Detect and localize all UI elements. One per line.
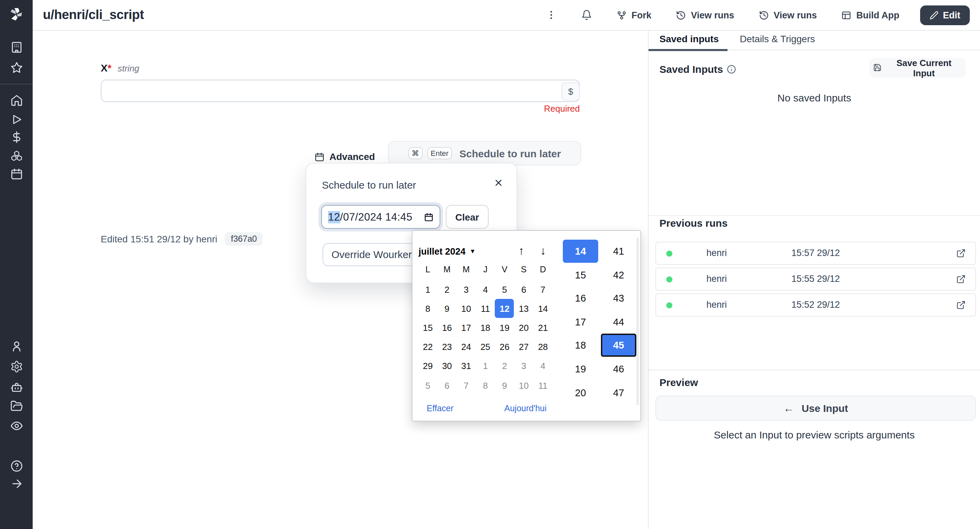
edit-button[interactable]: Edit (920, 5, 970, 25)
minute-option[interactable]: 47 (601, 381, 636, 404)
sidebar-item-play-icon[interactable] (10, 113, 23, 126)
kebab-menu-icon[interactable] (546, 10, 557, 21)
minute-option[interactable]: 42 (601, 263, 636, 286)
schedule-to-run-later-button[interactable]: ⌘ Enter Schedule to run later (388, 141, 581, 166)
calendar-day[interactable]: 19 (495, 318, 514, 337)
sidebar-item-help-icon[interactable] (10, 460, 23, 473)
external-link-icon[interactable] (956, 274, 966, 284)
calendar-day[interactable]: 5 (418, 376, 437, 395)
external-link-icon[interactable] (956, 300, 966, 310)
calendar-day[interactable]: 15 (418, 318, 437, 337)
sidebar-item-user-icon[interactable] (10, 340, 23, 353)
save-current-input-button[interactable]: Save Current Input (869, 58, 966, 78)
clear-button[interactable]: Clear (446, 205, 488, 229)
hour-option[interactable]: 15 (563, 263, 598, 286)
hour-option[interactable]: 16 (563, 287, 598, 310)
calendar-day[interactable]: 18 (476, 318, 495, 337)
datetime-day-segment[interactable]: 12 (328, 211, 340, 223)
calendar-day[interactable]: 11 (476, 299, 495, 318)
calendar-day[interactable]: 22 (418, 337, 437, 357)
sidebar-item-boxes-icon[interactable] (10, 149, 23, 162)
calendar-day[interactable]: 20 (514, 318, 533, 337)
sidebar-item-eye-icon[interactable] (10, 419, 23, 432)
sidebar-item-building-icon[interactable] (10, 41, 23, 54)
hour-option[interactable]: 19 (563, 357, 598, 381)
hour-option[interactable]: 18 (563, 334, 598, 357)
calendar-day[interactable]: 28 (533, 337, 553, 357)
sidebar-item-home-icon[interactable] (10, 94, 23, 107)
calendar-day[interactable]: 5 (495, 280, 514, 299)
x-string-input[interactable] (101, 80, 580, 102)
minute-option[interactable]: 44 (601, 311, 636, 334)
calendar-day[interactable]: 9 (495, 376, 514, 395)
external-link-icon[interactable] (956, 249, 966, 258)
datepicker-clear-link[interactable]: Effacer (427, 404, 453, 413)
calendar-day[interactable]: 8 (418, 299, 437, 318)
view-runs-2-button[interactable]: View runs (759, 10, 817, 20)
datetime-input[interactable]: 12/07/2024 14:45 (321, 205, 440, 229)
calendar-day[interactable]: 10 (457, 299, 476, 318)
calendar-day[interactable]: 24 (457, 337, 476, 357)
hour-option[interactable]: 20 (563, 381, 598, 404)
sidebar-item-arrow-right-icon[interactable] (10, 477, 23, 490)
tab-saved-inputs[interactable]: Saved inputs (659, 30, 719, 50)
calendar-day[interactable]: 17 (457, 318, 476, 337)
build-app-button[interactable]: Build App (842, 10, 900, 20)
windmill-logo-icon[interactable] (9, 7, 24, 22)
sidebar-item-dollar-icon[interactable] (10, 131, 23, 143)
calendar-day[interactable]: 2 (438, 280, 457, 299)
previous-run-row[interactable]: henri 15:52 29/12 (655, 293, 976, 317)
calendar-day[interactable]: 14 (533, 299, 553, 318)
calendar-day[interactable]: 1 (476, 357, 495, 376)
sidebar-item-folder-open-icon[interactable] (10, 400, 23, 413)
minute-option[interactable]: 43 (601, 287, 636, 310)
advanced-button[interactable]: Advanced (314, 151, 375, 162)
calendar-day[interactable]: 4 (533, 357, 553, 376)
calendar-picker-icon[interactable] (424, 212, 434, 221)
next-month-arrow-icon[interactable]: ↓ (535, 242, 551, 260)
calendar-day[interactable]: 25 (476, 337, 495, 357)
calendar-day[interactable]: 16 (438, 318, 457, 337)
calendar-day[interactable]: 31 (457, 357, 476, 376)
calendar-day[interactable]: 11 (533, 376, 553, 395)
minute-option[interactable]: 41 (601, 240, 636, 263)
calendar-day[interactable]: 9 (438, 299, 457, 318)
calendar-day[interactable]: 2 (495, 357, 514, 376)
calendar-day[interactable]: 30 (438, 357, 457, 376)
calendar-day[interactable]: 10 (514, 376, 533, 395)
bell-icon[interactable] (581, 10, 592, 21)
calendar-day-selected[interactable]: 12 (495, 299, 514, 318)
minute-option-selected[interactable]: 45 (601, 334, 636, 357)
datepicker-today-link[interactable]: Aujourd'hui (504, 404, 546, 413)
view-runs-1-button[interactable]: View runs (676, 10, 734, 20)
calendar-day[interactable]: 6 (438, 376, 457, 395)
calendar-day[interactable]: 7 (457, 376, 476, 395)
calendar-day[interactable]: 7 (533, 280, 553, 299)
version-hash-badge[interactable]: f367a0 (225, 232, 263, 246)
calendar-day[interactable]: 29 (418, 357, 437, 376)
calendar-day[interactable]: 21 (533, 318, 553, 337)
calendar-day[interactable]: 23 (438, 337, 457, 357)
calendar-day[interactable]: 27 (514, 337, 533, 357)
calendar-day[interactable]: 6 (514, 280, 533, 299)
hour-option-selected[interactable]: 14 (563, 240, 598, 263)
info-icon[interactable] (727, 65, 737, 74)
month-dropdown[interactable]: juillet 2024 ▼ (418, 244, 476, 258)
calendar-day[interactable]: 4 (476, 280, 495, 299)
hour-option[interactable]: 17 (563, 311, 598, 334)
calendar-day[interactable]: 13 (514, 299, 533, 318)
calendar-day[interactable]: 3 (457, 280, 476, 299)
use-input-button[interactable]: ← Use Input (655, 395, 976, 421)
sidebar-item-bot-icon[interactable] (10, 381, 23, 394)
scrollbar-track[interactable] (636, 237, 639, 405)
sidebar-item-calendar-icon[interactable] (10, 167, 23, 180)
previous-month-arrow-icon[interactable]: ↑ (513, 242, 530, 260)
previous-run-row[interactable]: henri 15:57 29/12 (655, 242, 976, 265)
calendar-day[interactable]: 8 (476, 376, 495, 395)
sidebar-item-star-icon[interactable] (10, 61, 23, 74)
variable-picker-button[interactable]: $ (562, 82, 580, 101)
minute-option[interactable]: 46 (601, 357, 636, 381)
previous-run-row[interactable]: henri 15:55 29/12 (655, 268, 976, 291)
calendar-day[interactable]: 1 (418, 280, 437, 299)
tab-details-triggers[interactable]: Details & Triggers (740, 30, 815, 50)
